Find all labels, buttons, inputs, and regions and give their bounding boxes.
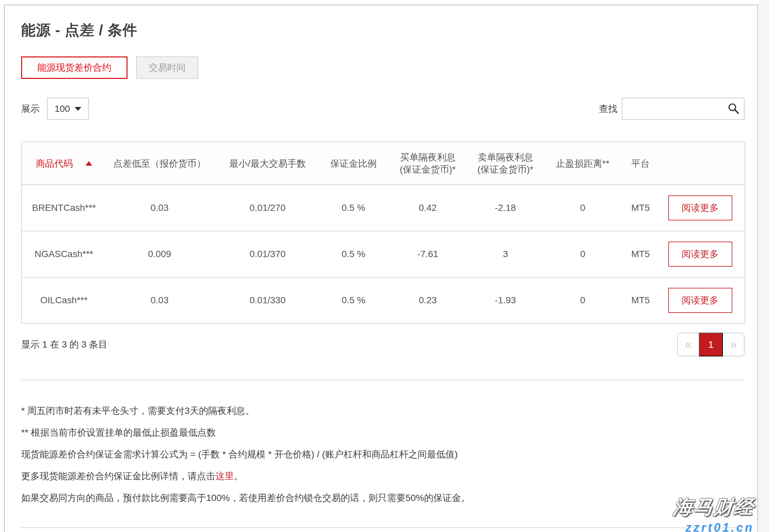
pagination: « 1 » — [677, 333, 745, 356]
cell-symbol: NGASCash*** — [21, 231, 106, 277]
table-footer: 显示 1 在 3 的 3 条目 « 1 » — [21, 333, 745, 356]
col-margin[interactable]: 保证金比例 — [322, 142, 385, 185]
col-lots[interactable]: 最小/最大交易手数 — [213, 142, 322, 185]
col-limit-stop[interactable]: 止盈损距离** — [540, 142, 625, 185]
read-more-button[interactable]: 阅读更多 — [668, 195, 732, 220]
cell-swap-long: 0.23 — [385, 277, 471, 323]
col-spread[interactable]: 点差低至（报价货币） — [106, 142, 213, 185]
sort-ascending-icon — [85, 161, 92, 166]
page-size-select[interactable]: 100 — [47, 98, 89, 120]
col-actions — [656, 142, 745, 185]
instruments-table: 商品代码 点差低至（报价货币） 最小/最大交易手数 保证金比例 买单隔夜利息 (… — [21, 142, 745, 324]
col-swap-short[interactable]: 卖单隔夜利息 (保证金货币)* — [471, 142, 540, 185]
footnote-limit-stop: ** 根据当前市价设置挂单的最低止损盈最低点数 — [21, 428, 745, 438]
cell-swap-long: 0.42 — [385, 185, 471, 231]
cell-margin: 0.5 % — [322, 231, 385, 277]
col-symbol[interactable]: 商品代码 — [21, 142, 106, 185]
search-input[interactable] — [622, 98, 745, 120]
cell-spread: 0.03 — [106, 277, 213, 323]
table-row: OILCash*** 0.03 0.01/330 0.5 % 0.23 -1.9… — [21, 277, 745, 323]
search-icon[interactable] — [727, 102, 740, 115]
entries-summary: 显示 1 在 3 的 3 条目 — [21, 338, 107, 351]
table-header-row: 商品代码 点差低至（报价货币） 最小/最大交易手数 保证金比例 买单隔夜利息 (… — [21, 142, 745, 185]
col-swap-long[interactable]: 买单隔夜利息 (保证金货币)* — [385, 142, 471, 185]
cell-spread: 0.03 — [106, 185, 213, 231]
col-symbol-label: 商品代码 — [36, 157, 73, 170]
cell-swap-short: 3 — [471, 231, 540, 277]
cell-action: 阅读更多 — [656, 277, 745, 323]
pagination-next-button[interactable]: » — [722, 333, 745, 356]
cell-platform: MT5 — [625, 277, 656, 323]
cell-margin: 0.5 % — [322, 277, 385, 323]
watermark-logo-text: 海马财经 — [672, 494, 755, 520]
cell-symbol: OILCash*** — [21, 277, 106, 323]
tab-trading-hours[interactable]: 交易时间 — [136, 56, 198, 79]
cell-platform: MT5 — [625, 231, 656, 277]
cell-limit-stop: 0 — [540, 185, 625, 231]
watermark-site-url: zzrt01.cn — [674, 521, 754, 532]
cell-swap-long: -7.61 — [385, 231, 471, 277]
page-viewport: 能源 - 点差 / 条件 能源现货差价合约 交易时间 展示 100 查找 — [0, 0, 769, 532]
show-entries-label: 展示 — [21, 103, 40, 115]
footnotes: * 周五闭市时若有未平仓头寸，需要支付3天的隔夜利息。 ** 根据当前市价设置挂… — [21, 406, 745, 503]
cell-action: 阅读更多 — [656, 231, 745, 277]
watermark: 海马财经 zzrt01.cn — [674, 494, 754, 532]
tab-energy-spot-cfd[interactable]: 能源现货差价合约 — [21, 56, 127, 79]
footnote-hedged-margin: 如果交易同方向的商品，预付款比例需要高于100%，若使用差价合约锁仓交易的话，则… — [21, 493, 745, 503]
read-more-button[interactable]: 阅读更多 — [668, 242, 732, 267]
footnote-margin-formula: 现货能源差价合约保证金需求计算公式为 = (手数 * 合约规模 * 开仓价格) … — [21, 449, 745, 459]
here-link[interactable]: 这里 — [216, 471, 234, 481]
col-platform[interactable]: 平台 — [625, 142, 656, 185]
tab-bar: 能源现货差价合约 交易时间 — [21, 56, 745, 79]
cell-limit-stop: 0 — [540, 231, 625, 277]
cell-spread: 0.009 — [106, 231, 213, 277]
cell-lots: 0.01/370 — [213, 231, 322, 277]
cell-platform: MT5 — [625, 185, 656, 231]
table-controls: 展示 100 查找 — [21, 98, 745, 120]
cell-action: 阅读更多 — [656, 185, 745, 231]
cell-swap-short: -2.18 — [471, 185, 540, 231]
cell-swap-short: -1.93 — [471, 277, 540, 323]
table-row: NGASCash*** 0.009 0.01/370 0.5 % -7.61 3… — [21, 231, 745, 277]
chevron-down-icon — [75, 107, 81, 111]
search-label: 查找 — [599, 103, 618, 115]
pagination-page-1[interactable]: 1 — [699, 333, 723, 356]
cell-symbol: BRENTCash*** — [21, 185, 106, 231]
content-card: 能源 - 点差 / 条件 能源现货差价合约 交易时间 展示 100 查找 — [4, 5, 758, 532]
pagination-prev-button[interactable]: « — [677, 333, 699, 356]
scrollbar-track[interactable] — [759, 0, 769, 532]
table-row: BRENTCash*** 0.03 0.01/270 0.5 % 0.42 -2… — [21, 185, 745, 231]
read-more-button[interactable]: 阅读更多 — [668, 288, 732, 313]
page-title: 能源 - 点差 / 条件 — [21, 20, 745, 40]
divider — [21, 527, 745, 528]
divider — [21, 380, 745, 380]
cell-limit-stop: 0 — [540, 277, 625, 323]
cell-lots: 0.01/270 — [213, 185, 322, 231]
cell-margin: 0.5 % — [322, 185, 385, 231]
cell-lots: 0.01/330 — [213, 277, 322, 323]
page-size-value: 100 — [54, 104, 70, 114]
footnote-swap-3day: * 周五闭市时若有未平仓头寸，需要支付3天的隔夜利息。 — [21, 406, 745, 416]
footnote-margin-details: 更多现货能源差价合约保证金比例详情，请点击这里。 — [21, 471, 745, 481]
search-box — [622, 98, 745, 120]
